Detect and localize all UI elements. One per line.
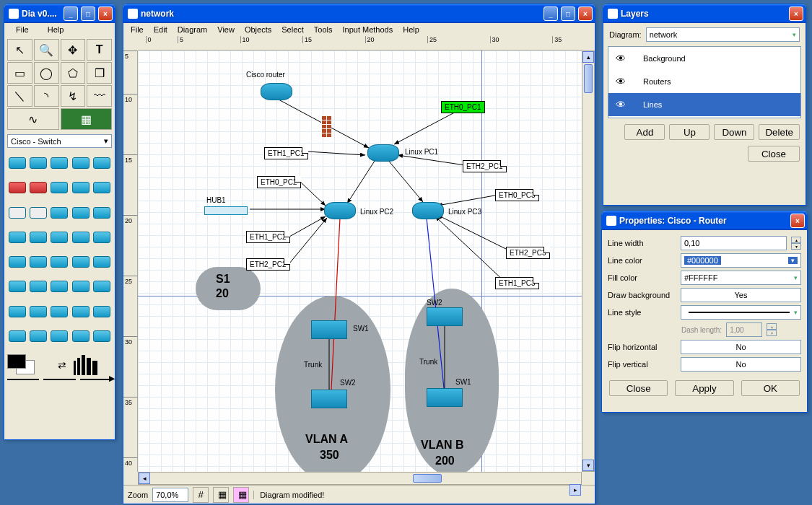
menu-help[interactable]: Help	[398, 25, 424, 35]
box-eth0-pc1[interactable]: ETH0_PC1	[441, 101, 485, 113]
image-tool[interactable]: ▦	[61, 108, 113, 130]
eye-icon[interactable]: 👁	[616, 53, 630, 64]
beziergon-tool[interactable]: ❒	[87, 62, 112, 84]
snap-object-toggle[interactable]: ▦	[213, 487, 229, 503]
menu-diagram[interactable]: Diagram	[173, 25, 212, 35]
line-width-preview[interactable]	[74, 355, 97, 375]
box-eth0-pc2[interactable]: ETH0_PC2	[257, 176, 301, 188]
shape-item[interactable]	[92, 227, 112, 248]
layers-close-button[interactable]: Close	[748, 146, 800, 162]
props-close-button[interactable]: Close	[609, 380, 668, 396]
line-width-spinner[interactable]: ▴▾	[791, 237, 801, 250]
line-tool[interactable]: ＼	[7, 85, 32, 107]
shape-item[interactable]	[7, 301, 27, 322]
close-button[interactable]: ×	[789, 6, 803, 21]
node-hub1[interactable]	[204, 206, 248, 215]
scrollbar-horizontal[interactable]: ◂ ▸	[138, 472, 582, 485]
menu-file[interactable]: File	[7, 25, 38, 35]
snap-grid-toggle[interactable]: #	[193, 487, 209, 503]
menu-edit[interactable]: Edit	[149, 25, 172, 35]
menu-file[interactable]: File	[126, 25, 148, 35]
layer-row-routers[interactable]: 👁 Routers	[608, 70, 800, 93]
shape-item[interactable]	[92, 202, 112, 224]
box-eth1-pc2[interactable]: ETH1_PC2	[246, 231, 290, 243]
shape-item[interactable]	[92, 251, 112, 273]
menu-view[interactable]: View	[213, 25, 239, 35]
box-eth2-pc1[interactable]: ETH2_PC1	[463, 160, 507, 172]
shape-item[interactable]	[71, 276, 90, 297]
box-eth1-pc1[interactable]: ETH1_PC1	[264, 147, 308, 159]
node-cisco-router[interactable]	[261, 83, 292, 100]
fill-color-select[interactable]: #FFFFFF▾	[681, 271, 801, 285]
zoom-input[interactable]	[152, 488, 188, 502]
arrow-start-select[interactable]	[7, 379, 39, 380]
shape-item[interactable]	[71, 301, 90, 322]
shape-item[interactable]	[50, 152, 69, 174]
close-button[interactable]: ×	[98, 6, 113, 21]
props-apply-button[interactable]: Apply	[675, 380, 733, 396]
shape-item[interactable]	[71, 251, 90, 273]
add-layer-button[interactable]: Add	[624, 124, 665, 140]
box-eth2-pc3[interactable]: ETH2_PC3	[506, 247, 550, 259]
node-vlana-sw1[interactable]	[311, 320, 347, 339]
shape-item[interactable]	[28, 251, 48, 273]
shape-item[interactable]	[92, 152, 112, 174]
shape-item[interactable]	[92, 177, 112, 198]
ruler-horizontal[interactable]: 0 5 10 15 20 25 30 35 40	[138, 36, 582, 50]
node-vlanb-sw1[interactable]	[427, 388, 463, 407]
scroll-left-icon[interactable]: ◂	[139, 473, 150, 484]
shape-item[interactable]	[28, 202, 48, 224]
shape-item[interactable]	[50, 227, 69, 248]
menu-help[interactable]: Help	[39, 25, 73, 35]
swap-icon[interactable]: ⇄	[58, 359, 66, 371]
flip-v-toggle[interactable]: No	[681, 357, 801, 372]
shape-item[interactable]	[50, 276, 69, 297]
box-tool[interactable]: ▭	[7, 62, 32, 84]
node-firewall[interactable]	[321, 115, 331, 137]
fg-bg-swatch[interactable]	[7, 354, 51, 376]
close-button[interactable]: ×	[790, 214, 805, 228]
shape-item[interactable]	[7, 152, 27, 174]
line-style-select[interactable]: ▾	[681, 305, 801, 320]
box-eth2-pc2[interactable]: ETH2_PC2	[246, 258, 290, 271]
scroll-tool[interactable]: ✥	[61, 39, 86, 61]
line-style-select[interactable]	[43, 379, 75, 380]
toolbox-titlebar[interactable]: Dia v0.... _ □ ×	[4, 4, 115, 23]
shape-item[interactable]	[71, 202, 90, 224]
polygon-tool[interactable]: ⬠	[61, 62, 86, 84]
shape-item[interactable]	[92, 301, 112, 322]
scroll-thumb[interactable]	[584, 64, 593, 93]
shape-sheet-select[interactable]: Cisco - Switch ▾	[7, 134, 112, 148]
shape-item[interactable]	[7, 227, 27, 248]
shape-item[interactable]	[28, 152, 48, 174]
node-vlanb-sw2[interactable]	[427, 307, 463, 326]
eye-icon[interactable]: 👁	[616, 76, 630, 87]
draw-bg-toggle[interactable]: Yes	[681, 288, 801, 302]
bezier-tool[interactable]: ∿	[7, 108, 59, 130]
scrollbar-vertical[interactable]: ▴ ▾	[582, 50, 595, 472]
shape-item[interactable]	[92, 276, 112, 297]
snap-something-toggle[interactable]: ▦	[233, 487, 249, 503]
canvas[interactable]: Cisco router Linux PC1 Linux PC2 Linux P…	[138, 50, 582, 472]
shape-item[interactable]	[28, 177, 48, 198]
shape-item[interactable]	[71, 227, 90, 248]
zigzag-tool[interactable]: ↯	[61, 85, 86, 107]
node-linux-pc3[interactable]	[412, 202, 444, 219]
shape-item[interactable]	[28, 301, 48, 322]
shape-item[interactable]	[71, 325, 90, 347]
shape-item[interactable]	[50, 251, 69, 273]
shape-item[interactable]	[7, 325, 27, 347]
ruler-vertical[interactable]: 5 10 15 20 25 30 35 40	[123, 50, 138, 472]
magnify-tool[interactable]: 🔍	[34, 39, 59, 61]
flip-h-toggle[interactable]: No	[681, 340, 801, 354]
shape-item[interactable]	[28, 227, 48, 248]
shape-item[interactable]	[50, 325, 69, 347]
scroll-down-icon[interactable]: ▾	[582, 460, 594, 471]
pointer-tool[interactable]: ↖	[7, 39, 32, 61]
eye-icon[interactable]: 👁	[616, 99, 630, 110]
shape-item[interactable]	[50, 301, 69, 322]
shape-item[interactable]	[7, 177, 27, 198]
node-vlana-sw2[interactable]	[311, 390, 347, 408]
layer-row-background[interactable]: 👁 Background	[608, 47, 800, 70]
layer-down-button[interactable]: Down	[714, 124, 754, 140]
